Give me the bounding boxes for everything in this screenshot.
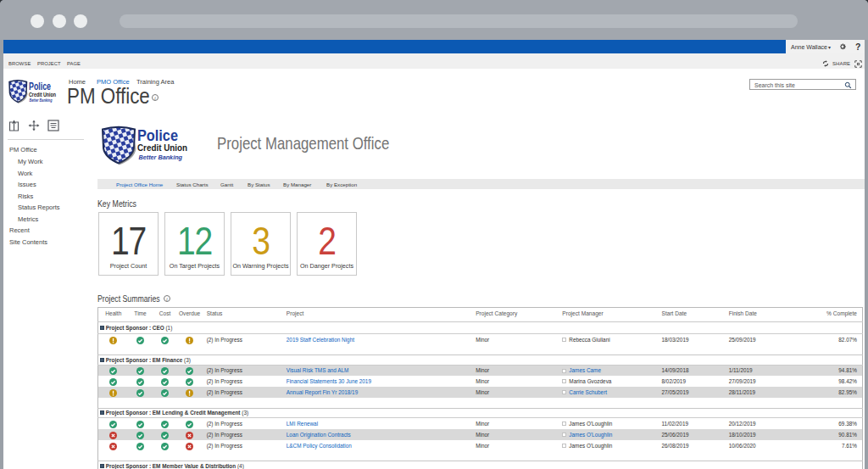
svg-text:Better Banking: Better Banking — [30, 98, 53, 103]
svg-text:Police: Police — [137, 126, 178, 144]
svg-text:Credit Union: Credit Union — [137, 142, 187, 153]
svg-text:Better Banking: Better Banking — [139, 154, 183, 161]
